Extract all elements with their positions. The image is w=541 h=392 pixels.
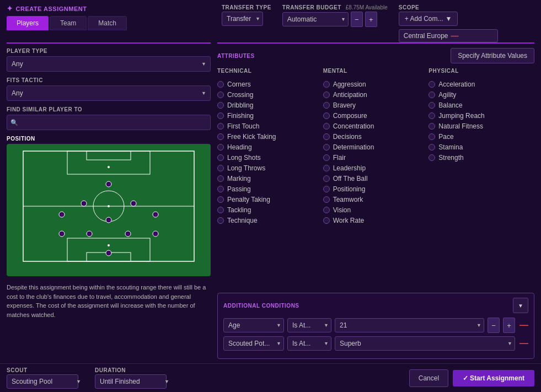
svg-point-17: [153, 212, 158, 217]
attr-item-leadership[interactable]: Leadership: [323, 164, 425, 172]
scout-label: SCOUT: [7, 367, 84, 373]
svg-point-18: [81, 201, 87, 206]
attr-item-determination[interactable]: Determination: [323, 143, 425, 151]
fits-tactic-label: FITS TACTIC: [7, 77, 211, 83]
attr-item-free-kick-taking[interactable]: Free Kick Taking: [217, 133, 319, 141]
specify-attributes-button[interactable]: Specify Attribute Values: [451, 48, 534, 63]
additional-conditions-collapse-btn[interactable]: ▼: [513, 298, 528, 313]
additional-conditions-title: ADDITIONAL CONDITIONS: [223, 303, 299, 309]
attr-item-teamwork[interactable]: Teamwork: [323, 196, 425, 203]
attr-checkbox: [323, 175, 330, 182]
tab-team[interactable]: Team: [50, 16, 87, 30]
attr-item-aggression[interactable]: Aggression: [323, 80, 425, 88]
cond-field-select-0[interactable]: Age: [223, 318, 284, 332]
attr-item-anticipation[interactable]: Anticipation: [323, 91, 425, 99]
transfer-type-label: TRANSFER TYPE: [222, 4, 271, 10]
add-comp-button[interactable]: + Add Com... ▼: [399, 12, 458, 26]
svg-point-9: [108, 244, 110, 246]
budget-plus-btn[interactable]: +: [365, 12, 377, 27]
attr-checkbox: [428, 102, 435, 109]
attr-item-agility[interactable]: Agility: [428, 91, 530, 99]
attr-item-bravery[interactable]: Bravery: [323, 101, 425, 109]
attr-item-off-the-ball[interactable]: Off The Ball: [323, 175, 425, 182]
player-type-select[interactable]: Any: [7, 56, 211, 72]
cond-remove-btn-0[interactable]: —: [519, 320, 528, 330]
attr-item-strength[interactable]: Strength: [428, 154, 530, 162]
attr-item-stamina[interactable]: Stamina: [428, 143, 530, 151]
attr-item-work-rate[interactable]: Work Rate: [323, 217, 425, 224]
svg-point-11: [59, 231, 65, 237]
attr-checkbox: [428, 112, 435, 119]
physical-col-title: PHYSICAL: [428, 68, 530, 76]
attr-item-concentration[interactable]: Concentration: [323, 122, 425, 130]
start-assignment-button[interactable]: ✓ Start Assignment: [453, 370, 534, 386]
cond-field-select-1[interactable]: Scouted Pot...: [223, 336, 284, 351]
svg-point-15: [59, 212, 65, 217]
attr-item-finishing[interactable]: Finishing: [217, 112, 319, 120]
duration-label: DURATION: [95, 367, 172, 373]
attr-item-corners[interactable]: Corners: [217, 80, 319, 88]
condition-row-1: Scouted Pot... ▼ Is At... ▼ Superb ▼ —: [223, 336, 528, 351]
cond-value-select-1[interactable]: Superb: [335, 336, 515, 351]
attr-item-long-shots[interactable]: Long Shots: [217, 154, 319, 162]
attr-item-crossing[interactable]: Crossing: [217, 91, 319, 99]
svg-point-10: [106, 250, 111, 256]
player-type-label: PLAYER TYPE: [7, 48, 211, 54]
fits-tactic-select[interactable]: Any: [7, 85, 211, 101]
scope-tag: Central Europe —: [399, 29, 498, 42]
cond-value-select-0[interactable]: 21: [335, 318, 484, 332]
attr-checkbox: [323, 165, 330, 171]
attr-item-first-touch[interactable]: First Touch: [217, 122, 319, 130]
transfer-budget-select[interactable]: Automatic: [282, 12, 349, 26]
attr-checkbox: [217, 133, 224, 140]
attr-item-passing[interactable]: Passing: [217, 185, 319, 193]
cond-remove-btn-1[interactable]: —: [519, 339, 528, 348]
attr-item-composure[interactable]: Composure: [323, 112, 425, 120]
cond-minus-btn-0[interactable]: −: [488, 318, 500, 333]
attr-checkbox: [323, 92, 330, 98]
attr-item-technique[interactable]: Technique: [217, 217, 319, 224]
cond-plus-btn-0[interactable]: +: [503, 318, 515, 333]
attr-item-jumping-reach[interactable]: Jumping Reach: [428, 112, 530, 120]
duration-select[interactable]: Until Finished: [95, 374, 167, 389]
attr-item-balance[interactable]: Balance: [428, 101, 530, 109]
attr-item-long-throws[interactable]: Long Throws: [217, 164, 319, 172]
find-similar-label: FIND SIMILAR PLAYER TO: [7, 106, 211, 112]
attr-checkbox: [323, 207, 330, 213]
mental-col-title: MENTAL: [323, 68, 425, 76]
attr-checkbox: [217, 102, 224, 109]
condition-row-0: Age ▼ Is At... ▼ 21 ▼ − + —: [223, 318, 528, 333]
position-label: POSITION: [7, 136, 211, 142]
scout-select[interactable]: Scouting Pool: [7, 374, 78, 389]
attr-checkbox: [217, 154, 224, 161]
position-pitch: [7, 144, 211, 276]
attr-checkbox: [217, 165, 224, 171]
attr-item-dribbling[interactable]: Dribbling: [217, 101, 319, 109]
attr-checkbox: [428, 154, 435, 161]
attr-item-positioning[interactable]: Positioning: [323, 185, 425, 193]
tab-match[interactable]: Match: [88, 16, 127, 30]
attr-item-natural-fitness[interactable]: Natural Fitness: [428, 122, 530, 130]
attr-item-decisions[interactable]: Decisions: [323, 133, 425, 141]
cond-operator-select-0[interactable]: Is At...: [287, 318, 331, 332]
tab-players[interactable]: Players: [7, 16, 49, 30]
attr-checkbox: [323, 144, 330, 151]
find-similar-input[interactable]: [7, 115, 211, 130]
attr-item-penalty-taking[interactable]: Penalty Taking: [217, 196, 319, 203]
attr-item-vision[interactable]: Vision: [323, 206, 425, 214]
attr-item-flair[interactable]: Flair: [323, 154, 425, 162]
add-comp-arrow: ▼: [445, 15, 452, 23]
scope-remove-btn[interactable]: —: [451, 31, 459, 40]
attr-item-marking[interactable]: Marking: [217, 175, 319, 182]
cancel-button[interactable]: Cancel: [409, 369, 448, 387]
svg-point-8: [108, 166, 110, 168]
attr-item-pace[interactable]: Pace: [428, 133, 530, 141]
technical-col-title: TECHNICAL: [217, 68, 319, 76]
transfer-type-select[interactable]: Transfer: [222, 12, 263, 26]
attr-item-tackling[interactable]: Tackling: [217, 206, 319, 214]
cond-operator-select-1[interactable]: Is At...: [287, 336, 331, 351]
attr-item-heading[interactable]: Heading: [217, 143, 319, 151]
attr-item-acceleration[interactable]: Acceleration: [428, 80, 530, 88]
budget-minus-btn[interactable]: −: [351, 12, 363, 27]
attr-checkbox: [428, 81, 435, 88]
